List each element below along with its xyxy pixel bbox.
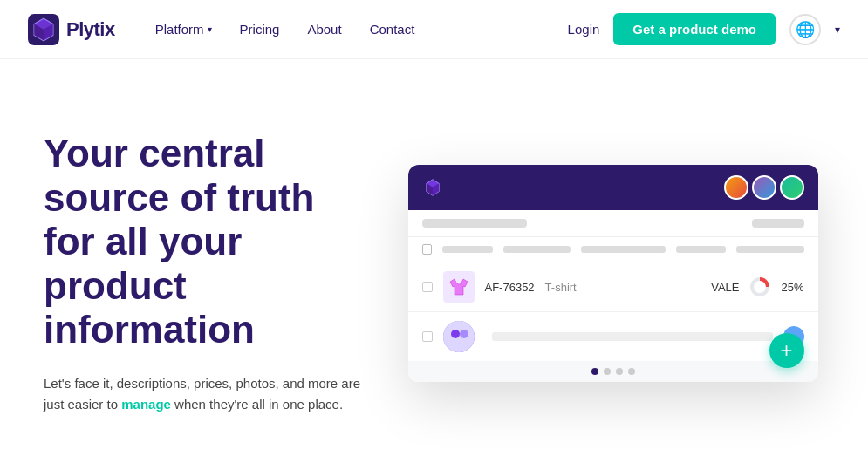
mock-donut-chart xyxy=(749,276,770,297)
mock-dot-1 xyxy=(591,368,598,375)
hero-section: Your central source of truth for all you… xyxy=(0,59,868,470)
nav-links: Platform ▾ Pricing About Contact xyxy=(143,15,568,44)
login-link[interactable]: Login xyxy=(568,22,600,37)
mock-dot-2 xyxy=(604,368,611,375)
mock-fab-button[interactable]: + xyxy=(769,333,804,368)
mock-window-wrapper: AF-76352 T-shirt VALE 25% xyxy=(408,165,818,382)
mock-col-1 xyxy=(442,246,493,253)
svg-point-12 xyxy=(451,330,460,338)
lang-dropdown-arrow[interactable]: ▾ xyxy=(835,24,840,36)
mock-brand-code: VALE xyxy=(711,281,739,294)
mock-col-4 xyxy=(676,246,727,253)
mock-progress-percent: 25% xyxy=(781,281,803,294)
mock-avatar-3 xyxy=(780,175,804,200)
platform-chevron: ▾ xyxy=(208,24,212,34)
nav-about[interactable]: About xyxy=(295,15,353,44)
mock-avatar-1 xyxy=(724,175,748,200)
mock-header-checkbox xyxy=(422,244,433,255)
mock-table-row-2 xyxy=(408,312,818,361)
cta-button[interactable]: Get a product demo xyxy=(613,13,776,45)
mock-search-placeholder xyxy=(422,219,527,228)
navbar: Plytix Platform ▾ Pricing About Contact … xyxy=(0,0,868,59)
logo[interactable]: Plytix xyxy=(28,14,115,45)
mock-pagination xyxy=(408,361,818,382)
hero-title: Your central source of truth for all you… xyxy=(44,132,366,352)
mock-logo-icon xyxy=(422,177,443,198)
nav-pricing[interactable]: Pricing xyxy=(228,15,292,44)
mock-search-right xyxy=(752,219,804,228)
mock-ui-window: AF-76352 T-shirt VALE 25% xyxy=(408,165,818,382)
mock-table-header xyxy=(408,237,818,262)
mock-dot-4 xyxy=(628,368,635,375)
mock-avatars xyxy=(724,175,804,200)
mock-titlebar xyxy=(408,165,818,210)
hero-desc-end: when they're all in one place. xyxy=(171,397,343,412)
nav-right: Login Get a product demo 🌐 ▾ xyxy=(568,13,840,45)
mock-product-image-1 xyxy=(443,271,475,303)
mock-avatar-2 xyxy=(752,175,776,200)
hero-description: Let's face it, descriptions, prices, pho… xyxy=(44,373,366,415)
hero-right: AF-76352 T-shirt VALE 25% xyxy=(401,165,824,382)
mock-search-bar xyxy=(408,210,818,237)
tshirt-icon xyxy=(448,276,470,298)
mock-row-checkbox-2 xyxy=(422,331,433,342)
mock-col-3 xyxy=(581,246,665,253)
mock-product-type: T-shirt xyxy=(545,281,577,294)
globe-button[interactable]: 🌐 xyxy=(789,14,821,45)
hero-manage-link[interactable]: manage xyxy=(121,397,171,412)
logo-text: Plytix xyxy=(66,18,115,41)
mock-table-row-1: AF-76352 T-shirt VALE 25% xyxy=(408,262,818,312)
mock-col-2 xyxy=(503,246,571,253)
nav-platform[interactable]: Platform ▾ xyxy=(143,15,224,44)
svg-point-13 xyxy=(460,330,468,338)
mock-row-checkbox-1 xyxy=(422,282,433,292)
mock-col-5 xyxy=(736,246,803,253)
logo-icon xyxy=(28,14,59,45)
mock-product-code: AF-76352 xyxy=(485,281,535,294)
mock-dot-3 xyxy=(616,368,623,375)
mock-product-image-2 xyxy=(443,321,475,352)
nav-contact[interactable]: Contact xyxy=(358,15,427,44)
hero-left: Your central source of truth for all you… xyxy=(44,132,366,415)
